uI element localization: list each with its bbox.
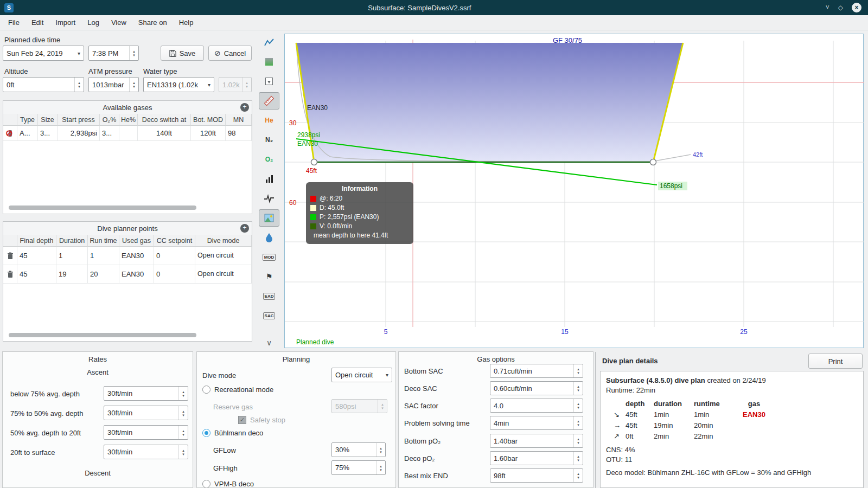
spinner-arrows-icon[interactable]: ▴▾ <box>573 416 583 429</box>
safety-stop-checkbox[interactable]: ✓ <box>238 416 246 424</box>
point-duration[interactable]: 19 <box>56 265 88 284</box>
gases-hscrollbar[interactable] <box>9 206 196 210</box>
bottom-po2-field[interactable]: 1.40bar ▴▾ <box>490 434 583 448</box>
spinner-arrows-icon[interactable]: ▴▾ <box>178 406 188 420</box>
menu-import[interactable]: Import <box>49 16 81 29</box>
information-tooltip[interactable]: Information @: 6:20 D: 45.0ft P: 2,557ps… <box>306 182 413 244</box>
ceiling-toggle[interactable] <box>259 53 279 70</box>
point-depth[interactable]: 45 <box>17 265 56 284</box>
panel-splitter[interactable] <box>595 352 596 488</box>
point-dive-mode[interactable]: Open circuit <box>195 265 252 284</box>
col-duration[interactable]: Duration <box>56 235 88 247</box>
col-deco-switch[interactable]: Deco switch at <box>138 114 191 126</box>
altitude-field[interactable]: 0ft ▴▾ <box>3 77 84 92</box>
gas-o2[interactable]: 3... <box>100 126 119 141</box>
menu-view[interactable]: View <box>105 16 132 29</box>
delete-point-button[interactable] <box>3 265 17 284</box>
tank-bar-toggle[interactable] <box>259 170 279 188</box>
gas-size[interactable]: 3... <box>38 126 58 141</box>
bottom-sac-field[interactable]: 0.71cuft/min ▴▾ <box>490 364 583 378</box>
spinner-arrows-icon[interactable]: ▴▾ <box>74 78 84 92</box>
menu-edit[interactable]: Edit <box>25 16 49 29</box>
rate-field-2[interactable]: 30ft/min ▴▾ <box>104 406 188 420</box>
close-icon[interactable]: × <box>852 3 861 12</box>
menu-share-on[interactable]: Share on <box>132 16 173 29</box>
mod-toggle[interactable]: MOD <box>259 248 279 266</box>
pn2-graph-toggle[interactable]: N₂ <box>259 131 279 149</box>
spinner-arrows-icon[interactable]: ▴▾ <box>573 382 583 395</box>
spinner-arrows-icon[interactable]: ▴▾ <box>129 46 138 60</box>
planner-handle-1[interactable] <box>311 159 317 165</box>
col-dive-mode[interactable]: Dive mode <box>195 235 252 247</box>
col-start-press[interactable]: Start press <box>58 114 100 126</box>
add-cylinder-button[interactable]: + <box>240 103 249 112</box>
spinner-arrows-icon[interactable]: ▴▾ <box>129 78 138 92</box>
tissues-toggle[interactable] <box>259 229 279 246</box>
dive-mode-select[interactable]: Open circuit ▾ <box>331 368 392 382</box>
menu-help[interactable]: Help <box>173 16 200 29</box>
col-mnd[interactable]: MN <box>226 114 252 126</box>
buhlmann-deco-radio[interactable] <box>202 429 210 437</box>
cancel-button[interactable]: ⊘ Cancel <box>208 46 252 61</box>
add-point-button[interactable]: + <box>240 224 249 233</box>
problem-solving-time-field[interactable]: 4min ▴▾ <box>490 416 583 430</box>
spinner-arrows-icon[interactable]: ▴▾ <box>573 364 583 377</box>
col-used-gas[interactable]: Used gas <box>119 235 154 247</box>
point-row[interactable]: 45 1 1 EAN30 0 Open circuit <box>3 247 252 265</box>
dive-date-select[interactable]: Sun Feb 24, 2019 ▾ <box>3 46 84 61</box>
sac-toggle[interactable]: SAC <box>259 307 279 324</box>
minimize-icon[interactable]: ˅ <box>826 4 829 11</box>
dive-profile-chart[interactable]: GF 30/75 30 60 5 15 25 EAN30 2938psi EAN… <box>284 34 864 348</box>
best-mix-end-field[interactable]: 98ft ▴▾ <box>490 468 583 483</box>
menu-log[interactable]: Log <box>81 16 105 29</box>
vpmb-deco-radio[interactable] <box>202 480 210 488</box>
planner-handle-2[interactable] <box>650 159 656 165</box>
spinner-arrows-icon[interactable]: ▴▾ <box>573 399 583 412</box>
point-depth[interactable]: 45 <box>17 247 56 265</box>
phe-graph-toggle[interactable]: He <box>259 112 279 129</box>
col-o2[interactable]: O₂% <box>100 114 119 126</box>
point-gas[interactable]: EAN30 <box>119 247 154 265</box>
point-setpoint[interactable]: 0 <box>154 247 195 265</box>
spinner-arrows-icon[interactable]: ▴▾ <box>573 434 583 447</box>
col-bot-mod[interactable]: Bot. MOD <box>191 114 226 126</box>
dive-time-field[interactable]: 7:38 PM ▴▾ <box>88 46 139 61</box>
ruler-toggle[interactable] <box>259 92 279 110</box>
spinner-arrows-icon[interactable]: ▴▾ <box>178 426 188 439</box>
col-final-depth[interactable]: Final depth <box>17 235 56 247</box>
gas-row[interactable]: ⊘ A... 3... 2,938psi 3... 140ft 120ft 98 <box>3 126 252 141</box>
heart-rate-toggle[interactable] <box>259 190 279 207</box>
col-cc-setpoint[interactable]: CC setpoint <box>154 235 195 247</box>
rate-field-1[interactable]: 30ft/min ▴▾ <box>104 386 188 401</box>
point-setpoint[interactable]: 0 <box>154 265 195 284</box>
point-duration[interactable]: 1 <box>56 247 88 265</box>
deco-po2-field[interactable]: 1.60bar ▴▾ <box>490 451 583 465</box>
gas-deco-switch[interactable]: 140ft <box>138 126 191 141</box>
recreational-mode-radio[interactable] <box>202 386 210 394</box>
point-runtime[interactable]: 20 <box>88 265 119 284</box>
menu-file[interactable]: File <box>2 16 25 29</box>
point-dive-mode[interactable]: Open circuit <box>195 247 252 265</box>
points-hscrollbar[interactable] <box>9 333 196 337</box>
photos-toggle[interactable] <box>259 209 279 227</box>
col-he[interactable]: He% <box>119 114 138 126</box>
spinner-arrows-icon[interactable]: ▴▾ <box>573 452 583 465</box>
delete-point-button[interactable] <box>3 247 17 265</box>
sac-factor-field[interactable]: 4.0 ▴▾ <box>490 399 583 413</box>
rate-field-3[interactable]: 30ft/min ▴▾ <box>104 425 188 440</box>
atm-pressure-field[interactable]: 1013mbar ▴▾ <box>88 77 139 92</box>
spinner-arrows-icon[interactable]: ▴▾ <box>573 469 583 482</box>
col-type[interactable]: Type <box>17 114 38 126</box>
remove-gas-button[interactable]: ⊘ <box>3 126 17 141</box>
point-runtime[interactable]: 1 <box>88 247 119 265</box>
gfhigh-field[interactable]: 75% ▴▾ <box>331 460 386 475</box>
col-run-time[interactable]: Run time <box>88 235 119 247</box>
spinner-arrows-icon[interactable]: ▴▾ <box>178 387 188 400</box>
gas-type[interactable]: A... <box>17 126 38 141</box>
point-row[interactable]: 45 19 20 EAN30 0 Open circuit <box>3 265 252 284</box>
water-type-select[interactable]: EN13319 (1.02k ▾ <box>143 77 214 92</box>
maximize-icon[interactable]: ◇ <box>838 4 843 11</box>
save-button[interactable]: Save <box>161 46 204 61</box>
gas-he[interactable] <box>119 126 138 141</box>
spinner-arrows-icon[interactable]: ▴▾ <box>376 443 385 457</box>
